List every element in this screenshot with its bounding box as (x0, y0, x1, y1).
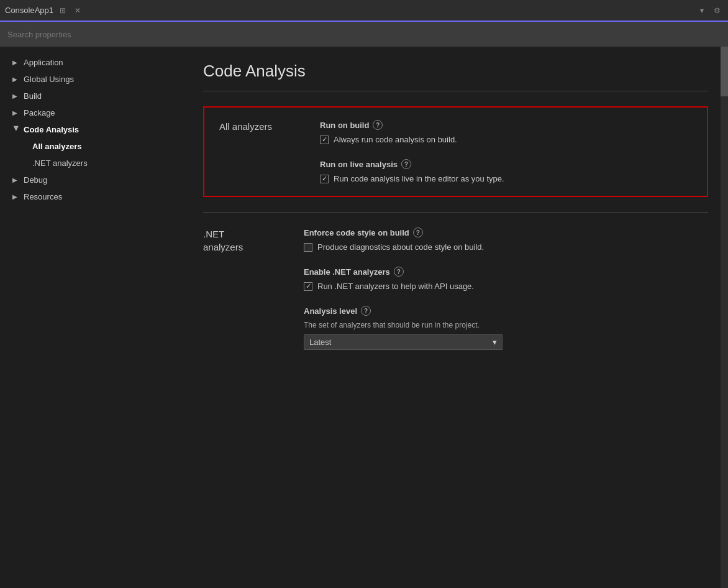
enforce-code-style-group: Enforce code style on build ? Produce di… (304, 227, 708, 252)
title-bar-actions: ▾ ⚙ (698, 5, 723, 16)
all-analyzers-content: Run on build ? Always run code analysis … (320, 120, 692, 183)
enforce-code-style-checkbox-wrap: Produce diagnostics about code style on … (304, 242, 708, 252)
run-on-live-analysis-group: Run on live analysis ? Run code analysis… (320, 159, 692, 183)
sidebar-item-code-analysis[interactable]: ▶ Code Analysis (0, 121, 183, 138)
all-analyzers-label: All analyzers (219, 120, 300, 183)
run-on-live-checkbox-wrap: Run code analysis live in the editor as … (320, 174, 692, 183)
enable-net-analyzers-title: Enable .NET analyzers ? (304, 267, 708, 277)
scrollbar-thumb[interactable] (721, 47, 728, 96)
sidebar-item-package-label: Package (24, 108, 55, 117)
enable-net-analyzers-text: Run .NET analyzers to help with API usag… (317, 282, 474, 291)
enforce-code-style-title: Enforce code style on build ? (304, 227, 708, 237)
content-area: Code Analysis All analyzers Run on build… (183, 47, 728, 588)
sidebar-item-debug-label: Debug (24, 175, 47, 185)
all-analyzers-section: All analyzers Run on build ? Always run … (203, 106, 708, 197)
sidebar-item-global-usings-label: Global Usings (24, 75, 74, 84)
sidebar-item-net-analyzers-label: .NET analyzers (32, 158, 88, 168)
run-on-live-title: Run on live analysis ? (320, 159, 692, 169)
sidebar: ▶ Application ▶ Global Usings ▶ Build ▶ … (0, 47, 183, 588)
sidebar-item-build[interactable]: ▶ Build (0, 88, 183, 104)
sidebar-item-all-analyzers-label: All analyzers (32, 142, 82, 151)
chevron-code-analysis-icon: ▶ (13, 126, 20, 134)
chevron-debug-icon: ▶ (12, 177, 20, 183)
analysis-level-dropdown[interactable]: Latest ▾ (304, 334, 503, 350)
page-title: Code Analysis (203, 62, 708, 81)
run-on-build-text: Always run code analysis on build. (334, 135, 457, 144)
run-on-live-text: Run code analysis live in the editor as … (334, 174, 504, 183)
enable-net-analyzers-group: Enable .NET analyzers ? Run .NET analyze… (304, 267, 708, 291)
settings-icon[interactable]: ⚙ (711, 5, 723, 16)
run-on-build-checkbox[interactable] (320, 136, 329, 144)
run-on-build-title: Run on build ? (320, 120, 692, 130)
analysis-level-title: Analysis level ? (304, 306, 708, 316)
enforce-code-style-text: Produce diagnostics about code style on … (317, 242, 484, 252)
sidebar-item-application-label: Application (24, 58, 63, 67)
analysis-level-group: Analysis level ? The set of analyzers th… (304, 306, 708, 350)
enable-net-analyzers-help-icon[interactable]: ? (394, 267, 404, 277)
run-on-build-checkbox-wrap: Always run code analysis on build. (320, 135, 692, 144)
sidebar-item-resources-label: Resources (24, 192, 62, 201)
run-on-build-group: Run on build ? Always run code analysis … (320, 120, 692, 144)
sidebar-item-package[interactable]: ▶ Package (0, 104, 183, 121)
dropdown-arrow-icon: ▾ (493, 338, 497, 347)
net-analyzers-section: .NET analyzers Enforce code style on bui… (203, 227, 708, 350)
section-divider-mid (203, 212, 708, 213)
search-bar (0, 22, 728, 47)
chevron-build-icon: ▶ (12, 93, 20, 99)
net-analyzers-label: .NET analyzers (203, 227, 284, 350)
sidebar-item-debug[interactable]: ▶ Debug (0, 172, 183, 188)
enable-net-analyzers-checkbox[interactable] (304, 282, 312, 291)
enable-net-analyzers-checkbox-wrap: Run .NET analyzers to help with API usag… (304, 282, 708, 291)
run-on-build-help-icon[interactable]: ? (373, 120, 383, 130)
search-input[interactable] (7, 30, 721, 39)
scrollbar-track[interactable] (721, 47, 728, 588)
run-on-live-help-icon[interactable]: ? (401, 159, 411, 169)
section-divider-top (203, 91, 708, 91)
sidebar-item-build-label: Build (24, 91, 42, 101)
enforce-code-style-help-icon[interactable]: ? (413, 227, 423, 237)
sidebar-item-resources[interactable]: ▶ Resources (0, 188, 183, 205)
sidebar-item-application[interactable]: ▶ Application (0, 54, 183, 71)
chevron-application-icon: ▶ (12, 59, 20, 66)
title-bar: ConsoleApp1 ⊞ ✕ ▾ ⚙ (0, 0, 728, 22)
run-on-live-checkbox[interactable] (320, 175, 329, 183)
sidebar-item-all-analyzers[interactable]: All analyzers (0, 138, 183, 155)
dropdown-icon[interactable]: ▾ (698, 5, 706, 16)
sidebar-item-net-analyzers[interactable]: .NET analyzers (0, 155, 183, 172)
enforce-code-style-checkbox[interactable] (304, 243, 312, 252)
sidebar-item-code-analysis-label: Code Analysis (24, 125, 79, 134)
net-analyzers-content: Enforce code style on build ? Produce di… (304, 227, 708, 350)
analysis-level-help-icon[interactable]: ? (361, 306, 371, 316)
pin-icon[interactable]: ⊞ (57, 5, 68, 16)
chevron-package-icon: ▶ (12, 109, 20, 116)
analysis-level-value: Latest (309, 338, 331, 347)
tab-label: ConsoleApp1 (5, 6, 53, 15)
analysis-level-desc: The set of analyzers that should be run … (304, 321, 708, 329)
close-tab-icon[interactable]: ✕ (72, 5, 83, 16)
chevron-resources-icon: ▶ (12, 193, 20, 200)
tab-console-app[interactable]: ConsoleApp1 ⊞ ✕ (5, 5, 83, 16)
main-layout: ▶ Application ▶ Global Usings ▶ Build ▶ … (0, 47, 728, 588)
chevron-global-usings-icon: ▶ (12, 76, 20, 83)
sidebar-item-global-usings[interactable]: ▶ Global Usings (0, 71, 183, 88)
